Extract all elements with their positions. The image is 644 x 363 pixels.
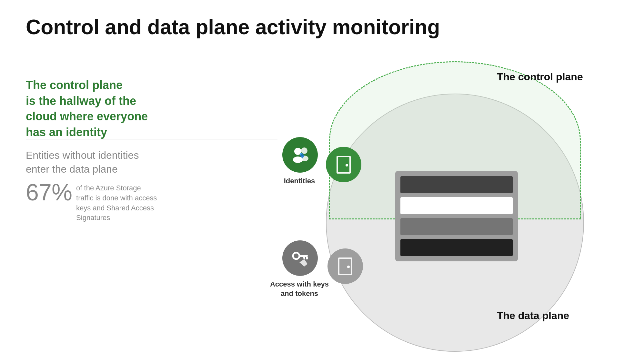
access-keys-label-text: Access with keysand tokens	[270, 280, 329, 297]
green-line2: is the hallway of the	[26, 93, 148, 109]
svg-rect-10	[299, 255, 308, 257]
server-bar-top	[400, 176, 513, 193]
green-line3: cloud where everyone	[26, 109, 148, 125]
server-resource-card	[395, 171, 518, 261]
server-bar-white	[400, 197, 513, 214]
svg-point-9	[293, 253, 299, 259]
control-door-icon-circle	[326, 147, 361, 182]
data-door-icon-circle	[327, 248, 363, 284]
green-line4: has an identity	[26, 125, 148, 140]
green-description: The control plane is the hallway of the …	[26, 77, 148, 140]
diagram-area: The control plane The data plane	[219, 61, 626, 326]
server-bar-bottom	[400, 239, 513, 256]
svg-point-0	[301, 147, 307, 154]
svg-point-3	[293, 156, 303, 163]
identities-label: Identities	[274, 176, 325, 186]
statistics-block: 67% of the Azure Storage traffic is done…	[26, 181, 160, 223]
control-plane-label: The control plane	[497, 71, 583, 83]
entities-line2: enter the data plane	[26, 162, 139, 176]
server-bar-mid	[400, 218, 513, 235]
percentage-number: 67%	[26, 181, 72, 204]
svg-rect-12	[303, 257, 305, 259]
green-line1: The control plane	[26, 77, 148, 93]
data-plane-label: The data plane	[497, 310, 569, 322]
entities-line1: Entities without identities	[26, 148, 139, 162]
svg-point-15	[347, 266, 350, 268]
access-keys-icon-circle	[282, 240, 318, 276]
svg-point-8	[346, 164, 348, 166]
svg-rect-11	[306, 257, 308, 259]
page-title: Control and data plane activity monitori…	[26, 15, 440, 39]
entities-description: Entities without identities enter the da…	[26, 148, 139, 176]
identities-icon-circle	[282, 137, 318, 173]
access-keys-label: Access with keysand tokens	[267, 280, 332, 298]
percentage-description: of the Azure Storage traffic is done wit…	[76, 183, 160, 223]
